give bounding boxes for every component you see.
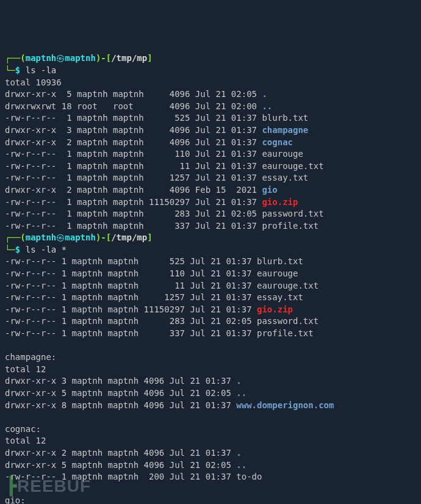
watermark-logo: ┣REEBUF: [6, 474, 91, 498]
terminal-output[interactable]: ┌──(maptnh㉿maptnh)-[/tmp/mp] └─$ ls -la …: [5, 52, 416, 504]
